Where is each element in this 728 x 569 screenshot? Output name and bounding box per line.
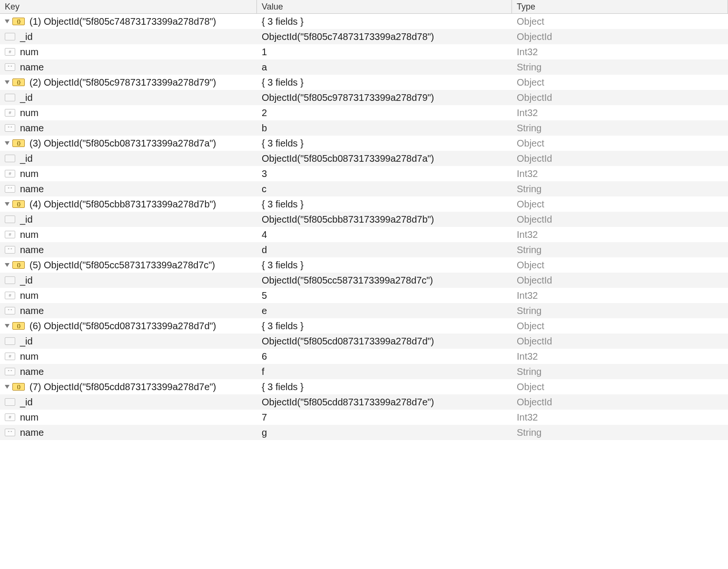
field-value[interactable]: ObjectId("5f805c74873173399a278d78"): [262, 31, 434, 42]
document-row[interactable]: { }(6) ObjectId("5f805cd0873173399a278d7…: [0, 318, 728, 334]
field-name: _id: [20, 397, 33, 408]
field-value[interactable]: a: [262, 62, 267, 73]
field-name: _id: [20, 275, 33, 286]
field-type: String: [512, 59, 728, 75]
field-type: Int32: [512, 105, 728, 120]
field-type: Int32: [512, 44, 728, 59]
disclosure-triangle-icon[interactable]: [5, 385, 10, 389]
num-type-icon: #: [5, 170, 15, 177]
field-row[interactable]: #num7Int32: [0, 410, 728, 425]
field-row[interactable]: _idObjectId("5f805cd0873173399a278d7d")O…: [0, 334, 728, 349]
disclosure-triangle-icon[interactable]: [5, 202, 10, 206]
field-row[interactable]: " "namedString: [0, 242, 728, 257]
field-type: Int32: [512, 227, 728, 242]
field-value[interactable]: 7: [262, 412, 267, 423]
field-value[interactable]: c: [262, 184, 266, 195]
document-type: Object: [512, 196, 728, 212]
header-value[interactable]: Value: [257, 0, 512, 13]
document-row[interactable]: { }(2) ObjectId("5f805c97873173399a278d7…: [0, 75, 728, 90]
disclosure-triangle-icon[interactable]: [5, 80, 10, 84]
field-row[interactable]: #num4Int32: [0, 227, 728, 242]
field-value[interactable]: ObjectId("5f805cd0873173399a278d7d"): [262, 336, 434, 347]
str-type-icon: " ": [5, 429, 15, 436]
field-value[interactable]: e: [262, 305, 267, 316]
field-value[interactable]: d: [262, 245, 267, 255]
disclosure-triangle-icon[interactable]: [5, 324, 10, 328]
field-row[interactable]: _idObjectId("5f805c74873173399a278d78")O…: [0, 29, 728, 44]
table-header: Key Value Type: [0, 0, 728, 14]
field-row[interactable]: _idObjectId("5f805c97873173399a278d79")O…: [0, 90, 728, 105]
document-key: (6) ObjectId("5f805cd0873173399a278d7d"): [30, 321, 216, 332]
field-value[interactable]: ObjectId("5f805cdd873173399a278d7e"): [262, 397, 434, 408]
field-type: String: [512, 242, 728, 257]
field-value[interactable]: 3: [262, 168, 267, 179]
field-value[interactable]: 5: [262, 290, 267, 301]
header-type[interactable]: Type: [512, 0, 728, 13]
disclosure-triangle-icon[interactable]: [5, 263, 10, 267]
document-row[interactable]: { }(4) ObjectId("5f805cbb873173399a278d7…: [0, 196, 728, 212]
field-value[interactable]: ObjectId("5f805cbb873173399a278d7b"): [262, 214, 434, 225]
field-value[interactable]: 4: [262, 229, 267, 240]
field-type: Int32: [512, 410, 728, 425]
field-row[interactable]: #num1Int32: [0, 44, 728, 59]
table-body: { }(1) ObjectId("5f805c74873173399a278d7…: [0, 14, 728, 440]
field-value[interactable]: 1: [262, 47, 267, 58]
field-name: num: [20, 290, 39, 301]
str-type-icon: " ": [5, 307, 15, 314]
header-key[interactable]: Key: [0, 0, 257, 13]
disclosure-triangle-icon[interactable]: [5, 141, 10, 145]
field-value[interactable]: b: [262, 123, 267, 134]
field-row[interactable]: #num2Int32: [0, 105, 728, 120]
field-name: name: [20, 123, 44, 134]
document-icon: { }: [12, 383, 25, 391]
str-type-icon: " ": [5, 124, 15, 132]
document-row[interactable]: { }(3) ObjectId("5f805cb0873173399a278d7…: [0, 136, 728, 151]
field-row[interactable]: " "namegString: [0, 425, 728, 440]
field-value[interactable]: f: [262, 366, 265, 377]
field-value[interactable]: ObjectId("5f805c97873173399a278d79"): [262, 92, 434, 103]
num-type-icon: #: [5, 353, 15, 360]
field-type: ObjectId: [512, 90, 728, 105]
str-type-icon: " ": [5, 246, 15, 254]
field-value[interactable]: ObjectId("5f805cc5873173399a278d7c"): [262, 275, 433, 286]
field-row[interactable]: #num3Int32: [0, 166, 728, 181]
field-value[interactable]: 6: [262, 351, 267, 362]
document-icon: { }: [12, 322, 25, 330]
field-row[interactable]: " "namecString: [0, 181, 728, 196]
field-value[interactable]: g: [262, 427, 267, 438]
num-type-icon: #: [5, 231, 15, 238]
field-row[interactable]: _idObjectId("5f805cb0873173399a278d7a")O…: [0, 151, 728, 166]
field-name: name: [20, 366, 44, 377]
disclosure-triangle-icon[interactable]: [5, 20, 10, 23]
field-name: name: [20, 184, 44, 195]
field-row[interactable]: " "nameeString: [0, 303, 728, 318]
document-key: (2) ObjectId("5f805c97873173399a278d79"): [30, 77, 216, 88]
id-type-icon: [5, 337, 15, 345]
document-type: Object: [512, 14, 728, 29]
document-value: { 3 fields }: [262, 321, 304, 332]
field-type: String: [512, 120, 728, 136]
field-row[interactable]: " "namefString: [0, 364, 728, 379]
document-row[interactable]: { }(1) ObjectId("5f805c74873173399a278d7…: [0, 14, 728, 29]
document-row[interactable]: { }(5) ObjectId("5f805cc5873173399a278d7…: [0, 257, 728, 273]
field-row[interactable]: #num5Int32: [0, 288, 728, 303]
field-row[interactable]: _idObjectId("5f805cdd873173399a278d7e")O…: [0, 394, 728, 410]
field-name: name: [20, 427, 44, 438]
field-type: Int32: [512, 288, 728, 303]
field-name: name: [20, 62, 44, 73]
field-value[interactable]: 2: [262, 108, 267, 118]
field-row[interactable]: _idObjectId("5f805cbb873173399a278d7b")O…: [0, 212, 728, 227]
field-row[interactable]: " "nameaString: [0, 59, 728, 75]
field-row[interactable]: " "namebString: [0, 120, 728, 136]
field-row[interactable]: #num6Int32: [0, 349, 728, 364]
field-type: ObjectId: [512, 151, 728, 166]
field-name: num: [20, 168, 39, 179]
field-value[interactable]: ObjectId("5f805cb0873173399a278d7a"): [262, 153, 434, 164]
tree-table: Key Value Type { }(1) ObjectId("5f805c74…: [0, 0, 728, 440]
document-row[interactable]: { }(7) ObjectId("5f805cdd873173399a278d7…: [0, 379, 728, 394]
field-name: num: [20, 351, 39, 362]
id-type-icon: [5, 33, 15, 40]
field-name: _id: [20, 31, 33, 42]
document-icon: { }: [12, 78, 25, 86]
field-row[interactable]: _idObjectId("5f805cc5873173399a278d7c")O…: [0, 273, 728, 288]
